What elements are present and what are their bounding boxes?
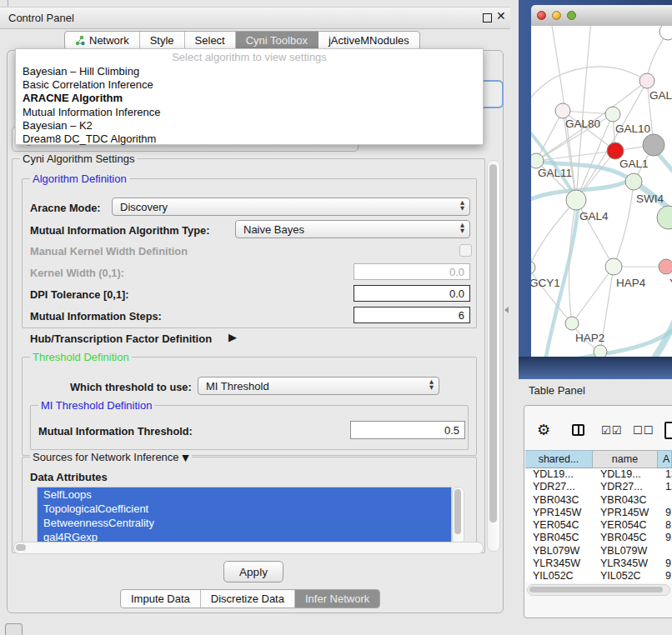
- table-row[interactable]: YBR045CYBR045C9.: [525, 532, 672, 544]
- algorithm-option[interactable]: Bayesian – K2: [16, 119, 483, 132]
- minimize-window-icon[interactable]: [552, 11, 561, 20]
- table-horizontal-scrollbar[interactable]: [527, 584, 670, 596]
- network-node[interactable]: [657, 206, 672, 229]
- gear-icon[interactable]: ⚙: [537, 421, 550, 438]
- table-cell: YPR145W: [593, 507, 658, 519]
- network-node[interactable]: [594, 345, 607, 357]
- data-attribute-item[interactable]: TopologicalCoefficient: [38, 502, 451, 516]
- table-row[interactable]: YPR145WYPR145W9.: [525, 507, 672, 519]
- splitter-collapse-arrow[interactable]: [504, 307, 509, 313]
- network-node[interactable]: [605, 258, 622, 275]
- mi-type-combo[interactable]: Naive Bayes ▲▼: [235, 220, 470, 238]
- kernel-width-field[interactable]: 0.0: [354, 263, 470, 280]
- table-cell: YIL052C: [593, 570, 658, 582]
- mi-steps-field[interactable]: 6: [354, 307, 470, 323]
- data-attribute-item[interactable]: BetweennessCentrality: [38, 516, 451, 530]
- manual-kernel-checkbox[interactable]: [459, 244, 472, 257]
- tab-label: jActiveMNodules: [328, 34, 409, 47]
- table-row[interactable]: YDR27...YDR27...12: [525, 481, 672, 493]
- table-cell: YIL052C: [525, 570, 593, 582]
- column-header-shared-name[interactable]: shared...: [525, 450, 593, 468]
- algorithm-option[interactable]: ARACNE Algorithm: [16, 92, 483, 105]
- network-canvas[interactable]: GALGAL80GAL10GAL1GAL11SWI4GAL4GCY1HAP4YH…: [531, 26, 672, 357]
- dropdown-items: Bayesian – Hill ClimbingBasic Correlatio…: [16, 65, 483, 146]
- network-node[interactable]: [605, 107, 620, 122]
- network-node[interactable]: [607, 142, 624, 159]
- algorithm-option[interactable]: Basic Correlation Inference: [16, 78, 483, 92]
- dpi-tolerance-field[interactable]: 0.0: [354, 285, 470, 302]
- tab-style[interactable]: Style: [140, 32, 185, 49]
- tab-infer-network[interactable]: Infer Network: [295, 590, 379, 608]
- settings-group-title: Cyni Algorithm Settings: [20, 152, 137, 165]
- tab-cyni-toolbox[interactable]: Cyni Toolbox: [236, 32, 318, 49]
- mi-threshold-field[interactable]: 0.5: [350, 421, 465, 439]
- network-node[interactable]: [659, 26, 672, 40]
- apply-button[interactable]: Apply: [223, 561, 283, 582]
- network-node-label: GAL11: [538, 167, 572, 179]
- algorithm-option[interactable]: Bayesian – Hill Climbing: [16, 65, 483, 78]
- network-node[interactable]: [555, 103, 570, 118]
- table-row[interactable]: YBR043CYBR043C: [525, 494, 672, 507]
- export-table-icon[interactable]: [664, 422, 672, 439]
- close-window-icon[interactable]: [537, 11, 546, 20]
- aracne-mode-combo[interactable]: Discovery ▲▼: [112, 198, 470, 216]
- tab-label: Discretize Data: [211, 592, 284, 605]
- column-browser-icon[interactable]: [572, 424, 584, 436]
- tab-impute-data[interactable]: Impute Data: [121, 590, 201, 608]
- table-cell: YDR27...: [593, 481, 658, 493]
- mi-threshold-title: MI Threshold Definition: [38, 399, 154, 412]
- network-node[interactable]: [531, 261, 535, 274]
- table-row[interactable]: YLR345WYLR345W9.: [525, 558, 672, 570]
- column-header-name[interactable]: name: [593, 450, 658, 468]
- column-header-partial[interactable]: A: [658, 450, 672, 468]
- table-cell: YBR045C: [525, 532, 593, 544]
- network-node[interactable]: [625, 173, 642, 190]
- network-node[interactable]: [643, 134, 664, 156]
- manual-kernel-label: Manual Kernel Width Definition: [30, 245, 188, 258]
- edge: [536, 111, 563, 161]
- settings-horizontal-scrollbar[interactable]: [13, 542, 484, 554]
- settings-vertical-scrollbar[interactable]: [487, 160, 500, 552]
- table-row[interactable]: YIL052CYIL052C9: [525, 570, 672, 582]
- show-columns-icon[interactable]: ☑☑: [601, 424, 622, 437]
- tab-jactivemnodules[interactable]: jActiveMNodules: [318, 32, 419, 49]
- network-node-label: HAP2: [575, 332, 604, 344]
- hide-columns-icon[interactable]: ☐☐: [633, 424, 654, 437]
- attributes-scrollbar[interactable]: [452, 487, 464, 545]
- dpi-tolerance-value: 0.0: [449, 288, 464, 300]
- edge: [614, 182, 634, 267]
- table-body[interactable]: YDL19...YDL19...13YDR27...YDR27...12YBR0…: [525, 468, 672, 582]
- float-panel-icon[interactable]: [483, 13, 492, 22]
- algorithm-dropdown-list: Select algorithm to view settings Bayesi…: [15, 48, 484, 145]
- network-node-label: HAP4: [616, 277, 646, 289]
- algorithm-option[interactable]: Dream8 DC_TDC Algorithm: [16, 132, 483, 146]
- tab-network[interactable]: Network: [65, 32, 140, 49]
- close-panel-icon[interactable]: ✕: [496, 9, 506, 22]
- table-cell: 9.: [658, 532, 672, 544]
- expand-down-icon[interactable]: ▼: [182, 452, 188, 463]
- network-node[interactable]: [566, 190, 586, 210]
- network-node[interactable]: [565, 317, 579, 330]
- network-window-titlebar[interactable]: [531, 5, 672, 27]
- table-row[interactable]: YBL079WYBL079W: [525, 545, 672, 558]
- network-node[interactable]: [639, 73, 654, 88]
- tab-select[interactable]: Select: [185, 32, 236, 49]
- network-node-label: GCY1: [531, 277, 560, 289]
- grid-mode-icon[interactable]: [5, 623, 23, 635]
- collapse-right-icon[interactable]: ▶: [228, 331, 237, 343]
- which-threshold-combo[interactable]: MI Threshold ▲▼: [198, 377, 439, 395]
- algorithm-option[interactable]: Mutual Information Inference: [16, 106, 483, 119]
- table-cell: YPR145W: [525, 507, 593, 519]
- tab-discretize-data[interactable]: Discretize Data: [201, 590, 295, 608]
- network-node[interactable]: [659, 259, 672, 274]
- data-attributes-list[interactable]: SelfLoopsTopologicalCoefficientBetweenne…: [37, 487, 452, 545]
- table-row[interactable]: YER054CYER054C8.: [525, 519, 672, 532]
- table-cell: YDL19...: [593, 468, 658, 481]
- table-row[interactable]: YDL19...YDL19...13: [525, 468, 672, 481]
- data-attribute-item[interactable]: SelfLoops: [38, 488, 451, 502]
- zoom-window-icon[interactable]: [567, 11, 576, 20]
- table-cell: YBR043C: [525, 494, 593, 507]
- table-cell: YBL079W: [593, 545, 658, 558]
- edge: [572, 267, 614, 323]
- edge: [556, 309, 672, 357]
